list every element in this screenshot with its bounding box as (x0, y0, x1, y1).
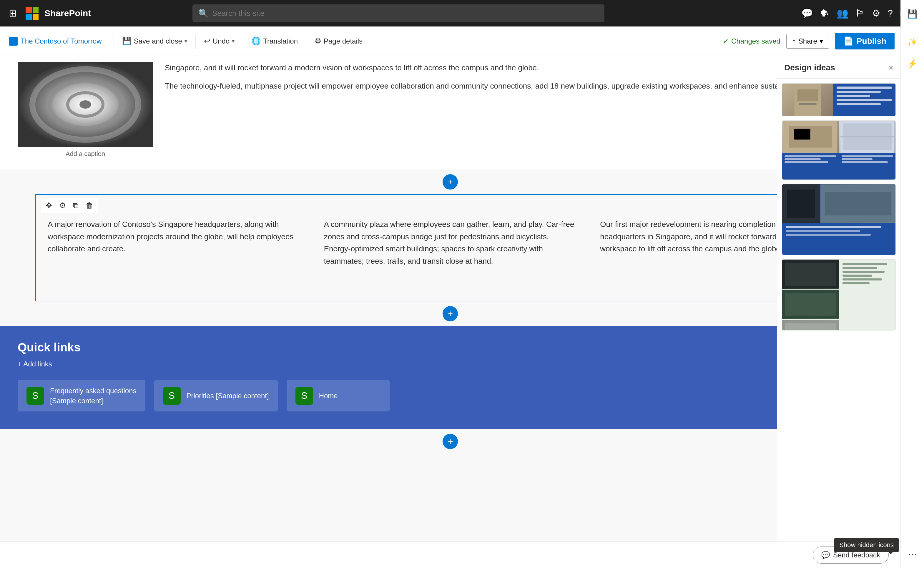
di1-line4 (836, 99, 892, 101)
share-label: Share (798, 37, 817, 45)
add-section-below-button[interactable]: + (442, 306, 458, 321)
logo-green (33, 7, 39, 13)
search-input[interactable] (212, 9, 599, 18)
logo-yellow (33, 14, 39, 20)
di1-line1 (836, 86, 892, 89)
image-caption[interactable]: Add a caption (18, 150, 153, 158)
waffle-menu-button[interactable]: ⊞ (9, 8, 17, 19)
di2-t2l3 (842, 161, 888, 163)
section-toolbar: ✥ ⚙ ⧉ 🗑 (41, 198, 98, 213)
design-idea-3[interactable] (782, 184, 896, 255)
edge-hidden-icons-button[interactable]: ⋯ (904, 546, 921, 562)
translation-label: Translation (263, 37, 298, 45)
di4-line1 (842, 263, 887, 265)
svg-rect-19 (785, 263, 836, 286)
svg-rect-6 (797, 89, 818, 101)
toolbar-separator-2 (195, 34, 196, 48)
save-and-close-button[interactable]: 💾 Save and close ▾ (117, 33, 192, 48)
quick-link-item-3[interactable]: S Home (287, 380, 390, 411)
translation-button[interactable]: 🌐 Translation (246, 33, 303, 48)
sharepoint-brand-name: SharePoint (44, 8, 91, 18)
add-section-above-button[interactable]: + (442, 174, 458, 190)
quick-link-text-3: Home (319, 391, 338, 401)
translation-icon: 🌐 (251, 36, 261, 45)
di4-img1 (782, 260, 839, 289)
image-text-section: Add a caption Singapore, and it will roc… (0, 56, 900, 169)
changes-saved-indicator: ✓ Changes saved (723, 37, 781, 45)
image-placeholder (18, 62, 153, 147)
spiral-image (18, 62, 153, 147)
main-content-area: Add a caption Singapore, and it will roc… (0, 56, 900, 568)
di2-t2l1 (842, 156, 894, 157)
undo-dropdown-chevron[interactable]: ▾ (232, 38, 234, 44)
feedback-bar: 💬 Send feedback (0, 541, 900, 568)
save-icon: 💾 (122, 36, 131, 45)
di2-img2 (839, 121, 896, 153)
site-name-label: The Contoso of Tomorrow (21, 37, 102, 45)
add-links-button[interactable]: + Add links (18, 360, 52, 368)
di2-t1l2 (785, 158, 821, 160)
people-icon-button[interactable]: 👥 (836, 8, 849, 19)
spiral-svg (18, 62, 153, 147)
page-details-button[interactable]: ⚙ Page details (309, 33, 368, 48)
quick-link-text-2: Priorities [Sample content] (187, 391, 269, 401)
flag-icon-button[interactable]: 🏳 (855, 8, 865, 19)
design-idea-1[interactable] (782, 83, 896, 116)
di1-line2 (836, 91, 881, 93)
help-icon-button[interactable]: 💬 (801, 8, 813, 19)
move-section-button[interactable]: ✥ (43, 200, 54, 211)
quick-link-item-2[interactable]: S Priorities [Sample content] (154, 380, 278, 411)
quick-links-title: Quick links (18, 341, 883, 354)
quick-link-text-1: Frequently asked questions [Sample conte… (50, 386, 137, 406)
share-chevron-icon[interactable]: ▾ (820, 37, 823, 45)
site-name-breadcrumb: The Contoso of Tomorrow (9, 37, 102, 45)
share-icon: ↑ (793, 37, 796, 45)
edge-filter-icon-button[interactable]: ⚡ (904, 56, 921, 71)
di3-line1 (786, 226, 881, 228)
design-ideas-close-button[interactable]: × (889, 63, 894, 73)
changes-saved-label: Changes saved (731, 37, 781, 45)
svg-rect-7 (799, 103, 817, 105)
page-content-scroll[interactable]: Add a caption Singapore, and it will roc… (0, 56, 900, 568)
microsoft-logo (26, 7, 39, 20)
design-idea-3-preview (782, 184, 895, 255)
add-section-bottom-button[interactable]: + (442, 434, 458, 449)
questionmark-icon-button[interactable]: ? (888, 8, 893, 19)
toolbar-right-group: ✓ Changes saved ↑ Share ▾ 📄 Publish ⇥ (723, 33, 915, 50)
column-2-content: A community plaza where employees can ga… (312, 195, 589, 301)
di3-text (782, 224, 895, 255)
undo-button[interactable]: ↩ Undo ▾ (199, 33, 240, 48)
site-icon (9, 37, 18, 45)
feedback-label: Send feedback (833, 551, 880, 559)
save-label: Save and close (134, 37, 182, 45)
share-button[interactable]: ↑ Share ▾ (786, 34, 829, 48)
save-dropdown-chevron[interactable]: ▾ (184, 38, 187, 44)
three-col-wrapper: ✥ ⚙ ⧉ 🗑 A major renovation of Contoso's … (18, 194, 883, 301)
add-section-below-3col: + (0, 301, 900, 326)
di1-line3 (836, 95, 870, 97)
di2-t1l3 (785, 161, 828, 163)
design-ideas-title: Design ideas (784, 63, 835, 73)
di4-line6 (842, 282, 870, 284)
add-section-above-3col: + (0, 169, 900, 194)
settings-icon-button[interactable]: ⚙ (872, 8, 880, 19)
edge-design-ideas-icon-button[interactable]: ✨ (904, 34, 921, 50)
publish-button[interactable]: 📄 Publish (835, 33, 895, 50)
add-section-bottom: + (0, 429, 900, 454)
edge-save-icon-button[interactable]: 💾 (904, 6, 921, 22)
search-bar[interactable]: 🔍 (192, 5, 604, 22)
toolbar-separator-1 (113, 34, 114, 48)
design-idea-1-text (833, 83, 895, 116)
undo-icon: ↩ (204, 36, 210, 45)
publish-icon: 📄 (843, 36, 854, 46)
section-settings-button[interactable]: ⚙ (57, 200, 68, 211)
publish-label: Publish (857, 36, 886, 46)
quick-link-item-1[interactable]: S Frequently asked questions [Sample con… (18, 380, 145, 411)
three-col-grid: A major renovation of Contoso's Singapor… (36, 195, 865, 301)
quick-links-grid: S Frequently asked questions [Sample con… (18, 380, 883, 411)
duplicate-section-button[interactable]: ⧉ (71, 200, 81, 211)
di2-t2l2 (842, 158, 873, 160)
delete-section-button[interactable]: 🗑 (83, 200, 96, 211)
feedback-icon-button[interactable]: 🗣 (820, 8, 830, 19)
svg-rect-17 (825, 192, 891, 215)
